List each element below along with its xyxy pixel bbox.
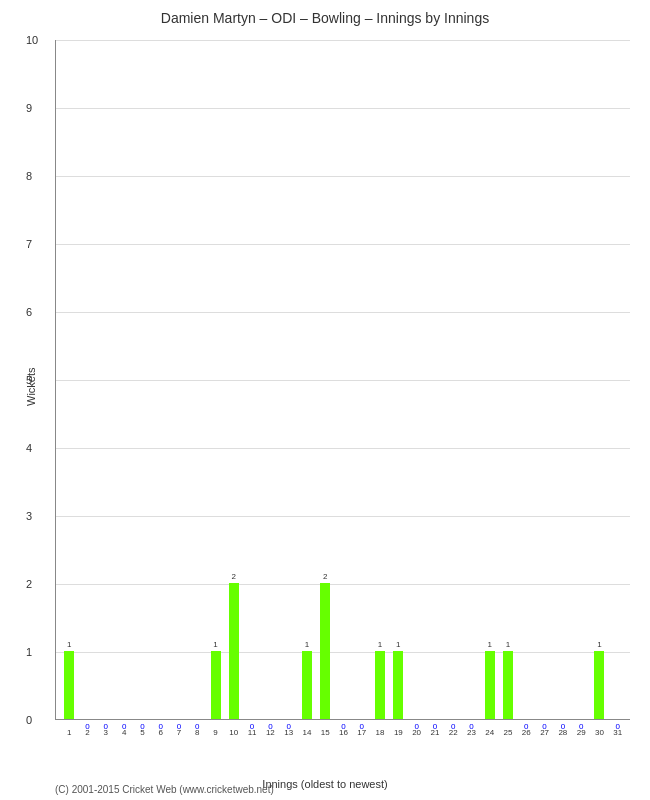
grid-line <box>56 448 630 449</box>
bar-innings-19 <box>393 651 403 719</box>
x-tick-label: 14 <box>302 728 311 737</box>
bar-innings-10 <box>229 583 239 719</box>
y-tick-label: 1 <box>26 646 32 658</box>
bar-top-label: 1 <box>213 640 217 649</box>
x-tick-label: 10 <box>229 728 238 737</box>
bar-top-label: 2 <box>323 572 327 581</box>
x-tick-label: 19 <box>394 728 403 737</box>
x-tick-label: 17 <box>357 728 366 737</box>
grid-line <box>56 516 630 517</box>
x-tick-label: 18 <box>376 728 385 737</box>
grid-line <box>56 176 630 177</box>
grid-line <box>56 312 630 313</box>
bar-innings-1 <box>64 651 74 719</box>
bar-top-label: 1 <box>488 640 492 649</box>
x-tick-label: 11 <box>248 728 257 737</box>
x-tick-label: 22 <box>449 728 458 737</box>
x-tick-label: 16 <box>339 728 348 737</box>
x-tick-label: 7 <box>177 728 181 737</box>
bar-top-label: 1 <box>506 640 510 649</box>
y-tick-label: 9 <box>26 102 32 114</box>
y-tick-label: 3 <box>26 510 32 522</box>
grid-line <box>56 380 630 381</box>
x-tick-label: 31 <box>613 728 622 737</box>
x-tick-label: 13 <box>284 728 293 737</box>
chart-container: Damien Martyn – ODI – Bowling – Innings … <box>0 0 650 800</box>
x-tick-label: 4 <box>122 728 126 737</box>
grid-line <box>56 108 630 109</box>
grid-line <box>56 652 630 653</box>
chart-title: Damien Martyn – ODI – Bowling – Innings … <box>0 0 650 31</box>
x-tick-label: 27 <box>540 728 549 737</box>
x-tick-label: 8 <box>195 728 199 737</box>
bar-innings-9 <box>211 651 221 719</box>
bar-top-label: 1 <box>305 640 309 649</box>
x-axis-label: Innings (oldest to newest) <box>262 778 387 790</box>
y-tick-label: 8 <box>26 170 32 182</box>
y-tick-label: 0 <box>26 714 32 726</box>
bar-top-label: 1 <box>378 640 382 649</box>
x-tick-label: 9 <box>213 728 217 737</box>
bar-innings-24 <box>485 651 495 719</box>
y-tick-label: 2 <box>26 578 32 590</box>
x-tick-label: 1 <box>67 728 71 737</box>
bar-innings-18 <box>375 651 385 719</box>
x-tick-label: 5 <box>140 728 144 737</box>
x-tick-label: 20 <box>412 728 421 737</box>
x-tick-label: 2 <box>85 728 89 737</box>
x-tick-label: 24 <box>485 728 494 737</box>
bar-top-label: 1 <box>67 640 71 649</box>
grid-line <box>56 584 630 585</box>
bar-top-label: 1 <box>396 640 400 649</box>
x-tick-label: 30 <box>595 728 604 737</box>
x-tick-label: 26 <box>522 728 531 737</box>
x-tick-label: 25 <box>504 728 513 737</box>
x-tick-label: 23 <box>467 728 476 737</box>
y-tick-label: 10 <box>26 34 38 46</box>
chart-area: 0123456789101102030405060708192100110120… <box>55 40 630 720</box>
bar-top-label: 1 <box>597 640 601 649</box>
y-tick-label: 6 <box>26 306 32 318</box>
grid-line <box>56 244 630 245</box>
x-tick-label: 29 <box>577 728 586 737</box>
y-tick-label: 5 <box>26 374 32 386</box>
bar-innings-14 <box>302 651 312 719</box>
y-tick-label: 4 <box>26 442 32 454</box>
x-tick-label: 12 <box>266 728 275 737</box>
x-tick-label: 21 <box>430 728 439 737</box>
x-tick-label: 6 <box>158 728 162 737</box>
x-tick-label: 28 <box>558 728 567 737</box>
x-tick-label: 15 <box>321 728 330 737</box>
bar-innings-15 <box>320 583 330 719</box>
x-tick-label: 3 <box>104 728 108 737</box>
bar-innings-30 <box>594 651 604 719</box>
bar-innings-25 <box>503 651 513 719</box>
grid-line <box>56 40 630 41</box>
bar-top-label: 2 <box>232 572 236 581</box>
copyright-text: (C) 2001-2015 Cricket Web (www.cricketwe… <box>55 784 274 795</box>
y-tick-label: 7 <box>26 238 32 250</box>
